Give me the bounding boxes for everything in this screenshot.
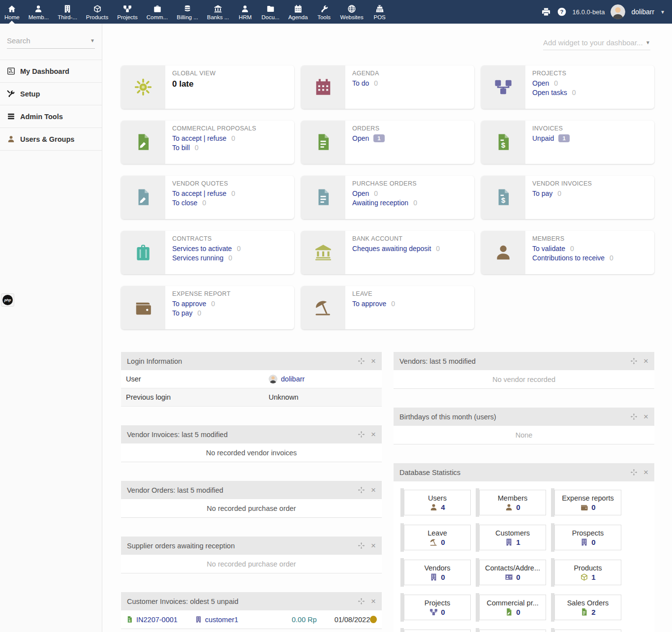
close-icon[interactable]: ×	[643, 468, 648, 476]
print-icon[interactable]	[541, 7, 551, 17]
nav-item-agenda[interactable]: Agenda	[284, 0, 312, 24]
widget-link[interactable]: Open	[352, 190, 369, 197]
top-menu-bar: HomeMemb...Third-...ProductsProjectsComm…	[0, 0, 672, 24]
widget-global-view: GLOBAL VIEW0 late	[121, 65, 294, 109]
panel-header: Database Statistics ×	[394, 463, 654, 481]
move-icon[interactable]	[358, 486, 365, 494]
move-icon[interactable]	[630, 413, 638, 420]
widget-link[interactable]: Services running	[172, 254, 223, 262]
coins-icon	[183, 4, 192, 13]
close-icon[interactable]: ×	[371, 541, 376, 550]
nav-item-third[interactable]: Third-...	[53, 0, 82, 24]
sidebar-item-users-groups[interactable]: Users & Groups	[0, 128, 102, 151]
widget-link[interactable]: To approve	[172, 300, 206, 308]
nav-item-comm[interactable]: Comm...	[142, 0, 172, 24]
customer-link[interactable]: customer1	[205, 616, 239, 624]
widget-link[interactable]: To validate	[532, 245, 565, 253]
add-widget-select[interactable]: Add widget to your dashboar... ▼	[543, 38, 650, 50]
move-icon[interactable]	[358, 598, 365, 605]
stat-customers[interactable]: Customers1	[479, 525, 546, 550]
row-value: Unknown	[269, 393, 298, 401]
nav-item-banks[interactable]: Banks ...	[203, 0, 234, 24]
stat-contacts-addre[interactable]: Contacts/Addre...0	[479, 560, 546, 585]
widget-link[interactable]: Open tasks	[532, 89, 567, 96]
sidebar-item-setup[interactable]: Setup	[0, 83, 102, 105]
widget-link[interactable]: To accept | refuse	[172, 190, 226, 197]
stat-value: 0	[516, 503, 520, 511]
nav-item-pos[interactable]: POS	[368, 0, 392, 24]
widget-title: MEMBERS	[532, 235, 613, 242]
nav-item-products[interactable]: Products	[82, 0, 113, 24]
move-icon[interactable]	[630, 357, 638, 365]
stat-commercial-pr[interactable]: Commercial pr...0	[479, 595, 546, 620]
widget-link[interactable]: Cheques awaiting deposit	[352, 245, 431, 253]
widget-link[interactable]: Open	[532, 79, 549, 87]
sidebar-item-admin-tools[interactable]: Admin Tools	[0, 105, 102, 128]
nav-item-home[interactable]: Home	[0, 0, 24, 24]
stat-expense-reports[interactable]: Expense reports0	[554, 490, 621, 515]
close-icon[interactable]: ×	[371, 486, 376, 494]
stat-label: Users	[428, 494, 447, 502]
nav-item-tools[interactable]: Tools	[312, 0, 336, 24]
widget-link[interactable]: Open	[352, 134, 369, 142]
widget-link[interactable]: Services to activate	[172, 245, 232, 253]
stat-leave[interactable]: Leave0	[404, 525, 471, 550]
widget-link[interactable]: Contributions to receive	[532, 254, 605, 262]
chevron-down-icon[interactable]: ▼	[660, 9, 665, 15]
stat-users[interactable]: Users4	[404, 490, 471, 515]
sidebar-item-my-dashboard[interactable]: My Dashboard	[0, 60, 102, 83]
widget-link[interactable]: Unpaid	[532, 134, 554, 142]
stat-members[interactable]: Members0	[479, 490, 546, 515]
stat-products[interactable]: Products1	[554, 560, 621, 585]
stat-vendors[interactable]: Vendors0	[404, 560, 471, 585]
close-icon[interactable]: ×	[371, 430, 376, 439]
nav-item-projects[interactable]: Projects	[113, 0, 142, 24]
avatar[interactable]	[611, 4, 625, 19]
invoice-ref-link[interactable]: IN2207-0001	[136, 616, 178, 624]
php-debugbar-button[interactable]: php	[1, 293, 14, 307]
bank-icon	[214, 4, 222, 13]
help-icon[interactable]: ?	[557, 7, 567, 17]
close-icon[interactable]: ×	[371, 597, 376, 605]
widget-title: ORDERS	[352, 125, 385, 132]
widget-link[interactable]: To pay	[172, 309, 192, 317]
widget-link[interactable]: To pay	[532, 190, 552, 197]
widget-link[interactable]: To accept | refuse	[172, 134, 226, 142]
widget-title: BANK ACCOUNT	[352, 235, 440, 242]
nav-item-websites[interactable]: Websites	[336, 0, 368, 24]
nav-item-memb[interactable]: Memb...	[24, 0, 54, 24]
user-menu[interactable]: dolibarr	[631, 8, 654, 16]
panel-title: Database Statistics	[399, 469, 624, 476]
widget-link[interactable]: To bill	[172, 144, 190, 152]
move-icon[interactable]	[358, 431, 365, 438]
move-icon[interactable]	[358, 542, 365, 549]
widget-link[interactable]: To close	[172, 199, 197, 207]
close-icon[interactable]: ×	[643, 412, 648, 421]
stat-value: 1	[516, 538, 520, 546]
widget-link[interactable]: To do	[352, 79, 369, 87]
nav-item-billing[interactable]: Billing ...	[172, 0, 202, 24]
stat-label: Contacts/Addre...	[485, 564, 540, 572]
panel-login-information: Login Information × User dolibarr Previo…	[121, 352, 382, 407]
close-icon[interactable]: ×	[371, 357, 376, 365]
user-icon	[429, 503, 438, 511]
nav-item-label: Projects	[117, 14, 138, 20]
nav-item-docu[interactable]: Docu...	[257, 0, 283, 24]
php-icon: php	[2, 295, 13, 305]
stat-sales-orders[interactable]: Sales Orders2	[554, 595, 621, 620]
widget-link[interactable]: To approve	[352, 300, 386, 308]
move-icon[interactable]	[358, 357, 365, 365]
move-icon[interactable]	[630, 469, 638, 476]
row-label: User	[126, 375, 269, 383]
stat-projects[interactable]: Projects0	[404, 595, 471, 620]
widget-link[interactable]: Awaiting reception	[352, 199, 408, 207]
sidebar-item-label: Admin Tools	[20, 113, 63, 121]
user-link[interactable]: dolibarr	[281, 375, 305, 383]
close-icon[interactable]: ×	[643, 357, 648, 365]
user-icon	[481, 231, 525, 274]
stat-prospects[interactable]: Prospects0	[554, 525, 621, 550]
widget-count: 0	[610, 254, 613, 262]
search-input[interactable]: Search ▼	[7, 36, 95, 49]
panel-title: Vendors: last 5 modified	[399, 357, 624, 365]
nav-item-hrm[interactable]: HRM	[233, 0, 257, 24]
